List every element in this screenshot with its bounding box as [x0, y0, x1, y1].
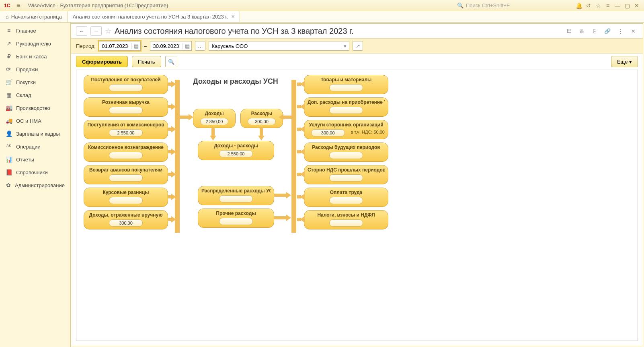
- period-label: Период:: [76, 43, 96, 49]
- node-right-4[interactable]: Сторно НДС прошлых периодов: [304, 165, 388, 184]
- params-bar: Период: ▦ – ▦ … ▾ ↗: [71, 38, 643, 54]
- value: [329, 219, 363, 227]
- sidebar-item-11[interactable]: 📕Справочники: [0, 166, 70, 179]
- node-right-5[interactable]: Оплата труда: [304, 188, 388, 207]
- sidebar-icon: ≡: [6, 27, 12, 34]
- sidebar-icon: ₽: [6, 53, 12, 60]
- history-icon[interactable]: ↺: [584, 1, 593, 10]
- sidebar-icon: 🚚: [6, 118, 12, 124]
- nav-back-button[interactable]: ←: [76, 26, 87, 36]
- sidebar-icon: ᴬᴷ: [6, 143, 12, 150]
- date-from-field[interactable]: [99, 43, 131, 49]
- sidebar-item-6[interactable]: 🏭Производство: [0, 101, 70, 114]
- favorite-icon[interactable]: ☆: [593, 1, 603, 10]
- period-select-button[interactable]: …: [195, 41, 205, 51]
- node-left-3[interactable]: Комиссионное вознаграждение: [84, 143, 168, 162]
- value: [109, 107, 143, 114]
- sidebar-icon: 🛒: [6, 79, 12, 85]
- value: 2 850,00: [200, 118, 228, 125]
- node-left-6[interactable]: Доходы, отраженные вручную300,00: [84, 210, 168, 229]
- home-tab[interactable]: ⌂ Начальная страница: [0, 11, 68, 22]
- node-distributed[interactable]: Распределенные расходы УСН: [198, 186, 274, 205]
- node-left-5[interactable]: Курсовые разницы: [84, 188, 168, 207]
- node-left-0[interactable]: Поступления от покупателей: [84, 75, 168, 94]
- value: [329, 152, 363, 159]
- main-menu-icon[interactable]: ≡: [14, 2, 23, 9]
- sidebar-item-8[interactable]: 👤Зарплата и кадры: [0, 127, 70, 140]
- date-from-input[interactable]: ▦: [99, 41, 141, 51]
- value: [109, 152, 143, 159]
- node-expense[interactable]: Расходы 300,00: [240, 109, 283, 128]
- sidebar-item-10[interactable]: 📊Отчеты: [0, 153, 70, 166]
- value: [329, 84, 363, 91]
- tab-close-icon[interactable]: ✕: [231, 14, 235, 19]
- app-logo-icon: 1C: [2, 2, 12, 10]
- diagram: Доходы и расходы УСН Поступления от поку…: [76, 70, 462, 243]
- kebab-icon[interactable]: ⋮: [615, 26, 625, 36]
- org-field[interactable]: [209, 43, 341, 49]
- tab-current[interactable]: Анализ состояния налогового учета по УСН…: [68, 11, 240, 22]
- value: [109, 84, 143, 91]
- report-area[interactable]: Доходы и расходы УСН Поступления от поку…: [76, 70, 638, 341]
- node-left-4[interactable]: Возврат авансов покупателям: [84, 165, 168, 184]
- date-to-input[interactable]: ▦: [150, 41, 192, 51]
- close-button[interactable]: ✕: [632, 1, 642, 10]
- sidebar-item-12[interactable]: ✿Администрирование: [0, 179, 70, 192]
- org-open-button[interactable]: ↗: [353, 41, 363, 51]
- save-icon[interactable]: 🖫: [564, 26, 574, 36]
- node-left-1[interactable]: Розничная выручка: [84, 97, 168, 117]
- more-button[interactable]: Еще ▾: [611, 56, 638, 67]
- sidebar-item-4[interactable]: 🛒Покупки: [0, 76, 70, 89]
- sidebar-icon: ↗: [6, 40, 12, 47]
- settings-menu-icon[interactable]: ≡: [603, 1, 613, 10]
- sidebar-item-9[interactable]: ᴬᴷОперации: [0, 140, 70, 153]
- notifications-icon[interactable]: 🔔: [574, 1, 584, 10]
- close-page-icon[interactable]: ✕: [628, 26, 638, 36]
- value: [329, 107, 363, 114]
- value: [329, 197, 363, 204]
- sidebar-item-1[interactable]: ↗Руководителю: [0, 37, 70, 50]
- node-other[interactable]: Прочие расходы: [198, 209, 274, 228]
- actions-bar: Сформировать Печать 🔍 Еще ▾: [71, 54, 643, 70]
- sidebar-item-label: Зарплата и кадры: [16, 131, 60, 137]
- title-bar: 1C ≡ WiseAdvice - Бухгалтерия предприяти…: [0, 0, 644, 11]
- bookmark-icon[interactable]: ☆: [105, 27, 111, 35]
- export-icon[interactable]: ⎘: [590, 26, 599, 36]
- dropdown-icon[interactable]: ▾: [341, 43, 349, 49]
- org-select[interactable]: ▾: [209, 41, 349, 51]
- global-search[interactable]: 🔍 Поиск Ctrl+Shift+F: [453, 2, 574, 10]
- node-net[interactable]: Доходы - расходы 2 550,00: [198, 141, 274, 160]
- maximize-button[interactable]: ▢: [622, 1, 632, 10]
- value: 2 550,00: [109, 129, 143, 136]
- show-settings-button[interactable]: 🔍: [165, 56, 177, 67]
- calendar-icon[interactable]: ▦: [183, 43, 191, 49]
- minimize-button[interactable]: —: [613, 1, 622, 10]
- print-icon[interactable]: 🖶: [577, 26, 587, 36]
- node-left-2[interactable]: Поступления от комиссионеров2 550,00: [84, 120, 168, 139]
- date-to-field[interactable]: [150, 43, 183, 49]
- calendar-icon[interactable]: ▦: [131, 43, 140, 49]
- sidebar-item-label: Отчеты: [16, 157, 34, 163]
- node-right-1[interactable]: Доп. расходы на приобретение ТМЦ: [304, 97, 388, 117]
- value: [219, 218, 253, 225]
- sidebar-item-5[interactable]: ▦Склад: [0, 89, 70, 101]
- sidebar-item-3[interactable]: 🛍Продажи: [0, 63, 70, 76]
- value: 300,00: [109, 219, 143, 227]
- node-income[interactable]: Доходы 2 850,00: [193, 109, 236, 128]
- node-right-0[interactable]: Товары и материалы: [304, 75, 388, 94]
- form-button[interactable]: Сформировать: [76, 56, 128, 67]
- nav-forward-button[interactable]: →: [90, 26, 102, 36]
- print-button[interactable]: Печать: [132, 56, 161, 67]
- sidebar-icon: 🛍: [6, 66, 12, 72]
- node-right-6[interactable]: Налоги, взносы и НДФЛ: [304, 210, 388, 229]
- sidebar-icon: 📕: [6, 169, 12, 176]
- sidebar-item-0[interactable]: ≡Главное: [0, 24, 70, 37]
- sidebar-item-label: Справочники: [16, 169, 48, 176]
- node-right-3[interactable]: Расходы будущих периодов: [304, 143, 388, 162]
- node-right-2[interactable]: Услуги сторонних организаций300,00в т.ч.…: [304, 120, 388, 139]
- sidebar-item-label: Продажи: [16, 66, 38, 72]
- sidebar-item-2[interactable]: ₽Банк и касса: [0, 50, 70, 63]
- link-icon[interactable]: 🔗: [603, 26, 612, 36]
- sidebar-item-7[interactable]: 🚚ОС и НМА: [0, 114, 70, 127]
- tabs-row: ⌂ Начальная страница Анализ состояния на…: [0, 11, 644, 23]
